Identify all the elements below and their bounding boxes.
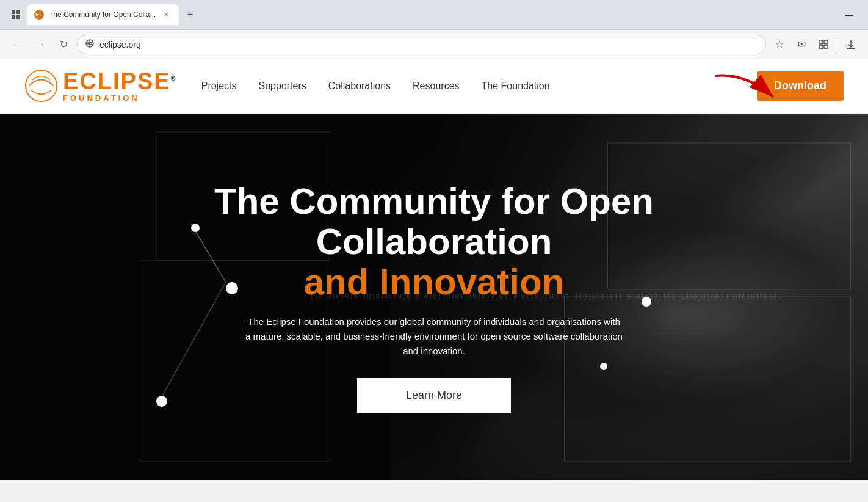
extensions-button[interactable]: [814, 35, 833, 54]
svg-rect-3: [16, 15, 20, 19]
hero-content: The Community for Open Collaboration and…: [190, 181, 678, 413]
svg-rect-9: [824, 40, 828, 44]
address-bar[interactable]: eclipse.org: [77, 35, 766, 54]
website-content: ECLIPSE® FOUNDATION Projects Supporters …: [0, 59, 868, 480]
download-manager-button[interactable]: [841, 35, 861, 54]
svg-rect-2: [12, 15, 15, 19]
logo-area[interactable]: ECLIPSE® FOUNDATION: [24, 69, 177, 103]
hero-title-orange: The Community for Open: [214, 181, 654, 222]
toolbar: ← → ↻ eclipse.org ☆: [0, 29, 868, 59]
new-tab-button[interactable]: +: [181, 6, 198, 23]
hero-subtitle: The Eclipse Foundation provides our glob…: [245, 315, 623, 358]
title-bar: EF The Community for Open Colla... × + —: [0, 0, 868, 29]
mail-button[interactable]: ✉: [792, 35, 811, 54]
site-navigation: ECLIPSE® FOUNDATION Projects Supporters …: [0, 59, 868, 114]
svg-rect-10: [819, 45, 823, 49]
hero-title-white: Open: [560, 181, 654, 222]
logo-circle-icon: [24, 69, 58, 103]
nav-links: Projects Supporters Collaborations Resou…: [201, 81, 757, 92]
window-controls: —: [835, 5, 863, 24]
active-tab[interactable]: EF The Community for Open Colla... ×: [27, 4, 179, 25]
nav-projects[interactable]: Projects: [201, 81, 237, 92]
logo-foundation-text: FOUNDATION: [63, 94, 177, 102]
svg-rect-0: [12, 10, 15, 14]
toolbar-divider: [837, 38, 837, 51]
bookmark-button[interactable]: ☆: [770, 35, 789, 54]
logo-eclipse-text: ECLIPSE®: [63, 70, 177, 93]
learn-more-button[interactable]: Learn More: [357, 378, 511, 413]
hero-title-line3: and Innovation: [214, 262, 654, 302]
hero-section: 11010101010 10101101010 01010110101 1010…: [0, 114, 868, 480]
hero-title: The Community for Open Collaboration and…: [214, 181, 654, 302]
tab-title: The Community for Open Colla...: [49, 10, 156, 19]
hero-title-line2: Collaboration: [214, 222, 654, 262]
nav-foundation[interactable]: The Foundation: [482, 81, 550, 92]
download-button[interactable]: Download: [757, 71, 844, 101]
back-button[interactable]: ←: [7, 35, 27, 54]
nav-collaborations[interactable]: Collaborations: [328, 81, 391, 92]
url-text: eclipse.org: [99, 40, 758, 49]
browser-window: EF The Community for Open Colla... × + —…: [0, 0, 868, 59]
svg-rect-1: [16, 10, 20, 14]
svg-point-12: [26, 70, 57, 101]
nav-supporters[interactable]: Supporters: [259, 81, 306, 92]
tab-close-button[interactable]: ×: [161, 9, 172, 20]
forward-button[interactable]: →: [31, 35, 50, 54]
toolbar-actions: ☆ ✉: [770, 35, 861, 54]
tab-favicon: EF: [34, 10, 44, 20]
site-info-icon[interactable]: [85, 38, 95, 50]
svg-rect-8: [819, 40, 823, 44]
nav-resources[interactable]: Resources: [413, 81, 459, 92]
logo-text: ECLIPSE® FOUNDATION: [63, 70, 177, 102]
minimize-button[interactable]: —: [835, 5, 863, 24]
reload-button[interactable]: ↻: [54, 35, 73, 54]
svg-rect-11: [824, 45, 828, 49]
tab-list-button[interactable]: [5, 5, 27, 24]
